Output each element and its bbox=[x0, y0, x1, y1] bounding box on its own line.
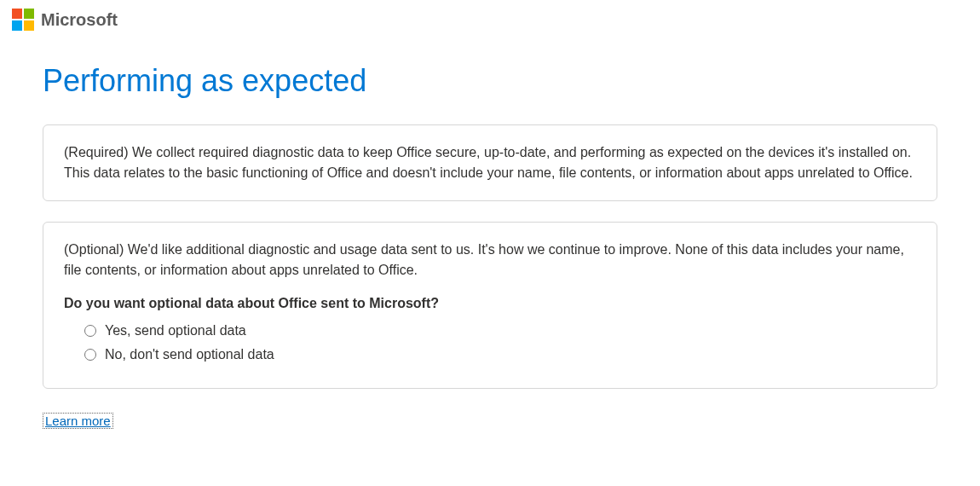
optional-diagnostic-intro: (Optional) We'd like additional diagnost… bbox=[64, 240, 916, 281]
radio-no-input[interactable] bbox=[84, 349, 96, 361]
radio-no-label[interactable]: No, don't send optional data bbox=[105, 347, 274, 362]
microsoft-logo-icon bbox=[12, 9, 34, 31]
brand-name: Microsoft bbox=[41, 10, 118, 30]
optional-diagnostic-box: (Optional) We'd like additional diagnost… bbox=[43, 222, 937, 389]
main-content: Performing as expected (Required) We col… bbox=[0, 63, 980, 429]
optional-question: Do you want optional data about Office s… bbox=[64, 296, 916, 311]
page-title: Performing as expected bbox=[43, 63, 937, 99]
radio-yes-input[interactable] bbox=[84, 325, 96, 337]
radio-yes-label[interactable]: Yes, send optional data bbox=[105, 323, 246, 338]
required-diagnostic-box: (Required) We collect required diagnosti… bbox=[43, 124, 937, 201]
learn-more-link[interactable]: Learn more bbox=[43, 413, 113, 429]
required-diagnostic-text: (Required) We collect required diagnosti… bbox=[64, 142, 916, 183]
radio-option-yes[interactable]: Yes, send optional data bbox=[84, 323, 916, 338]
radio-option-no[interactable]: No, don't send optional data bbox=[84, 347, 916, 362]
header: Microsoft bbox=[0, 0, 980, 39]
